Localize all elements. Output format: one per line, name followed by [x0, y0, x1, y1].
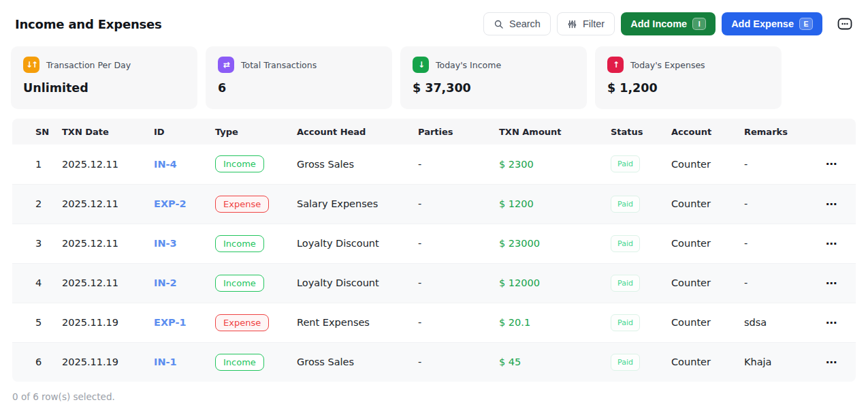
status-badge: Paid	[611, 235, 640, 252]
cell-sn: 2	[12, 184, 62, 224]
table-row: 5 2025.11.19 EXP-1 Expense Rent Expenses…	[12, 303, 856, 342]
cell-account: Counter	[671, 184, 744, 224]
filter-sliders-icon	[567, 19, 577, 29]
txn-id-link[interactable]: IN-3	[154, 238, 177, 249]
cell-account-head: Gross Sales	[297, 342, 418, 382]
cell-account: Counter	[671, 144, 744, 184]
cell-account-head: Gross Sales	[297, 144, 418, 184]
row-actions-button[interactable]: ⋯	[826, 157, 837, 170]
stat-label: Transaction Per Day	[46, 60, 131, 70]
row-actions-button[interactable]: ⋯	[826, 277, 837, 290]
cell-remarks: sdsa	[744, 303, 826, 342]
table-row: 1 2025.12.11 IN-4 Income Gross Sales - $…	[12, 144, 856, 184]
cell-remarks: -	[744, 144, 826, 184]
stat-card-transaction-per-day: ↓↑ Transaction Per Day Unlimited	[11, 46, 197, 109]
type-badge: Expense	[215, 196, 269, 213]
txn-id-link[interactable]: EXP-2	[154, 198, 187, 209]
stat-value: Unlimited	[23, 81, 185, 95]
cell-account-head: Loyalty Discount	[297, 263, 418, 303]
cell-parties: -	[418, 263, 499, 303]
column-header-remarks: Remarks	[744, 119, 826, 144]
type-badge: Income	[215, 235, 264, 252]
cell-account-head: Salary Expenses	[297, 184, 418, 224]
row-actions-button[interactable]: ⋯	[826, 237, 837, 250]
type-badge: Expense	[215, 314, 269, 331]
add-expense-shortcut-badge: E	[799, 18, 813, 30]
stat-label: Today's Expenses	[630, 60, 705, 70]
column-header-actions	[826, 119, 856, 144]
selection-status-text: 0 of 6 row(s) selected.	[12, 391, 856, 402]
cell-txn-amount: $ 45	[499, 356, 521, 367]
arrow-up-icon: ↑	[607, 57, 624, 73]
column-header-txn-amount: TXN Amount	[499, 119, 611, 144]
cell-parties: -	[418, 184, 499, 224]
cell-txn-date: 2025.12.11	[62, 224, 154, 263]
status-badge: Paid	[611, 155, 640, 172]
cell-parties: -	[418, 224, 499, 263]
column-header-id: ID	[154, 119, 215, 144]
keyboard-shortcuts-icon[interactable]	[837, 16, 853, 31]
table-row: 3 2025.12.11 IN-3 Income Loyalty Discoun…	[12, 224, 856, 263]
column-header-status: Status	[611, 119, 671, 144]
cell-remarks: -	[744, 263, 826, 303]
search-icon	[494, 19, 504, 29]
cell-remarks: -	[744, 184, 826, 224]
transactions-table: SN TXN Date ID Type Account Head Parties…	[12, 119, 856, 382]
status-badge: Paid	[611, 196, 640, 213]
txn-id-link[interactable]: IN-2	[154, 277, 177, 288]
column-header-sn: SN	[12, 119, 62, 144]
column-header-parties: Parties	[418, 119, 499, 144]
filter-button[interactable]: Filter	[557, 12, 615, 35]
cell-account: Counter	[671, 224, 744, 263]
cell-txn-amount: $ 20.1	[499, 317, 530, 328]
cell-account-head: Loyalty Discount	[297, 224, 418, 263]
row-actions-button[interactable]: ⋯	[826, 356, 837, 369]
cell-sn: 4	[12, 263, 62, 303]
stat-value: $ 37,300	[413, 81, 575, 95]
cell-sn: 6	[12, 342, 62, 382]
cell-parties: -	[418, 144, 499, 184]
cell-sn: 3	[12, 224, 62, 263]
row-actions-button[interactable]: ⋯	[826, 316, 837, 329]
cell-parties: -	[418, 342, 499, 382]
column-header-type: Type	[215, 119, 297, 144]
cell-account: Counter	[671, 263, 744, 303]
page-title: Income and Expenses	[15, 17, 162, 31]
cell-remarks: Khaja	[744, 342, 826, 382]
add-income-button[interactable]: Add Income I	[621, 12, 716, 35]
cell-remarks: -	[744, 224, 826, 263]
table-row: 6 2025.11.19 IN-1 Income Gross Sales - $…	[12, 342, 856, 382]
add-expense-button[interactable]: Add Expense E	[722, 12, 822, 35]
cell-txn-date: 2025.12.11	[62, 263, 154, 303]
type-badge: Income	[215, 354, 264, 371]
table-body: 1 2025.12.11 IN-4 Income Gross Sales - $…	[12, 144, 856, 382]
cell-txn-date: 2025.12.11	[62, 144, 154, 184]
topbar: Income and Expenses Search Filter Add In…	[0, 0, 868, 46]
stat-value: $ 1,200	[607, 81, 769, 95]
cell-account-head: Rent Expenses	[297, 303, 418, 342]
type-badge: Income	[215, 155, 264, 172]
cell-txn-date: 2025.12.11	[62, 184, 154, 224]
table-row: 4 2025.12.11 IN-2 Income Loyalty Discoun…	[12, 263, 856, 303]
stat-label: Today's Income	[436, 60, 501, 70]
swap-horizontal-icon: ⇄	[218, 57, 234, 73]
cell-sn: 5	[12, 303, 62, 342]
status-badge: Paid	[611, 314, 640, 331]
cell-account: Counter	[671, 342, 744, 382]
txn-id-link[interactable]: EXP-1	[154, 317, 187, 328]
stat-card-total-transactions: ⇄ Total Transactions 6	[206, 46, 392, 109]
search-button-label: Search	[509, 18, 541, 29]
stat-label: Total Transactions	[241, 60, 317, 70]
search-button[interactable]: Search	[483, 12, 551, 35]
status-badge: Paid	[611, 354, 640, 371]
cell-txn-date: 2025.11.19	[62, 303, 154, 342]
stat-value: 6	[218, 81, 380, 95]
txn-id-link[interactable]: IN-4	[154, 159, 177, 170]
arrow-down-icon: ↓	[413, 57, 429, 73]
stat-cards-row: ↓↑ Transaction Per Day Unlimited ⇄ Total…	[11, 46, 857, 109]
cell-account: Counter	[671, 303, 744, 342]
column-header-txn-date: TXN Date	[62, 119, 154, 144]
row-actions-button[interactable]: ⋯	[826, 198, 837, 211]
txn-id-link[interactable]: IN-1	[154, 356, 177, 367]
cell-txn-amount: $ 1200	[499, 198, 534, 209]
